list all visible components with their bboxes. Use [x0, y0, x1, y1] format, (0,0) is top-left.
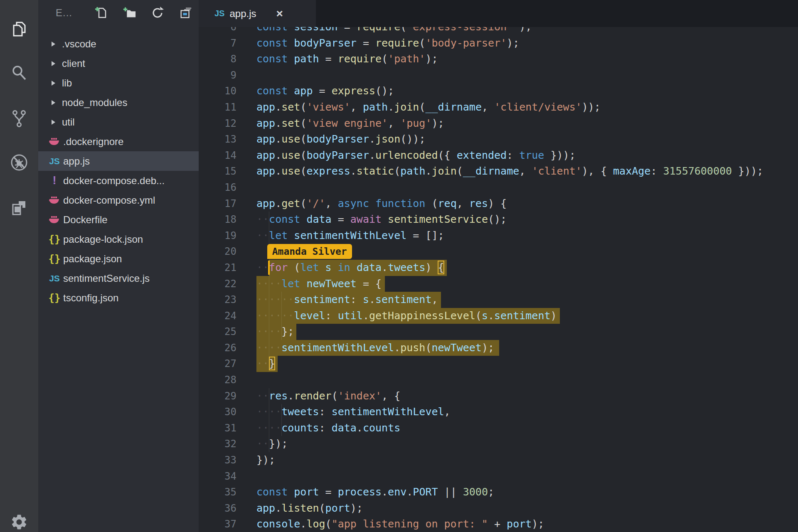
code-token: app: [256, 502, 275, 514]
whitespace-dots: ······: [256, 310, 294, 322]
refresh-icon[interactable]: [150, 6, 165, 20]
code-line[interactable]: 16: [199, 180, 798, 196]
whitespace-dots: ··: [256, 390, 269, 402]
code-line[interactable]: 21··for (let s in data.tweets) {: [199, 260, 798, 276]
tree-item--dockerignore[interactable]: .dockerignore: [38, 132, 199, 151]
code-line[interactable]: 27··}: [199, 356, 798, 372]
code-line[interactable]: 19··let sentimentWithLevel = [];: [199, 228, 798, 244]
code-token: set: [281, 117, 300, 129]
code-line[interactable]: 30····tweets: sentimentWithLevel,: [199, 404, 798, 420]
code-token: (: [319, 502, 325, 514]
code-line[interactable]: 25····};: [199, 324, 798, 340]
new-file-icon[interactable]: [94, 6, 108, 20]
tree-item-tsconfig-json[interactable]: {}tsconfig.json: [38, 288, 199, 308]
line-content: app.use(bodyParser.urlencoded({ extended…: [236, 148, 798, 164]
whitespace-dots: ··: [256, 213, 269, 225]
extensions-icon[interactable]: [0, 189, 38, 227]
code-token: path: [294, 53, 325, 65]
line-content: });: [236, 452, 798, 468]
tree-item-package-json[interactable]: {}package.json: [38, 249, 199, 268]
code-line[interactable]: 28: [199, 372, 798, 388]
code-token: (: [300, 149, 306, 161]
activity-bar: [0, 0, 38, 532]
code-token: (: [419, 101, 425, 113]
line-number: 29: [199, 388, 236, 404]
code-token: 31557600000: [663, 165, 732, 177]
tree-item-app-js[interactable]: JSapp.js: [38, 151, 199, 171]
code-token: (: [431, 197, 438, 209]
code-token: ();: [488, 213, 507, 225]
code-line[interactable]: 33});: [199, 452, 798, 468]
code-token: );: [532, 518, 544, 530]
code-token: );: [431, 117, 444, 129]
code-token: );: [482, 342, 494, 354]
code-line[interactable]: 8const path = require('path');: [199, 51, 798, 67]
code-line[interactable]: 15app.use(express.static(path.join(__dir…: [199, 163, 798, 180]
code-line[interactable]: 7const bodyParser = require('body-parser…: [199, 35, 798, 52]
tree-item-docker-compose-deb-[interactable]: !docker-compose.deb...: [38, 171, 199, 190]
code-line[interactable]: 12app.set('view engine', 'pug');: [199, 116, 798, 132]
explorer-icon[interactable]: [0, 10, 38, 48]
tree-item-package-lock-json[interactable]: {}package-lock.json: [38, 229, 199, 249]
line-number: 14: [199, 148, 236, 164]
source-control-icon[interactable]: [0, 99, 38, 138]
code-token: :: [319, 406, 332, 418]
line-number: 30: [199, 404, 236, 420]
code-line[interactable]: 31····counts: data.counts: [199, 420, 798, 436]
code-token: ,: [325, 197, 338, 209]
code-line[interactable]: 17app.get('/', async function (req, res)…: [199, 196, 798, 212]
code-line[interactable]: 11app.set('views', path.join(__dirname, …: [199, 99, 798, 116]
search-icon[interactable]: [0, 54, 38, 92]
code-token: util: [338, 310, 363, 322]
code-token: (: [294, 261, 300, 273]
code-line[interactable]: 20Amanda Silver: [199, 244, 798, 260]
code-line[interactable]: 35const port = process.env.PORT || 3000;: [199, 484, 798, 500]
line-number: 18: [199, 212, 236, 228]
tree-item-label: app.js: [63, 155, 90, 167]
code-line[interactable]: 14app.use(bodyParser.urlencoded({ extend…: [199, 148, 798, 164]
editor[interactable]: 6const session = require('express-sessio…: [199, 0, 798, 532]
code-line[interactable]: 13app.use(bodyParser.json());: [199, 131, 798, 148]
code-line[interactable]: 22····let newTweet = {: [199, 276, 798, 292]
code-token: ({: [438, 149, 457, 161]
code-line[interactable]: 9: [199, 67, 798, 84]
code-token: (: [419, 37, 425, 49]
tree-item--vscode[interactable]: .vscode: [38, 34, 199, 54]
new-folder-icon[interactable]: [122, 6, 136, 20]
line-number: 17: [199, 196, 236, 212]
code-token: app: [256, 117, 275, 129]
code-token: const: [256, 53, 294, 65]
whitespace-dots: ······: [256, 293, 294, 305]
tree-item-sentimentservice-js[interactable]: JSsentimentService.js: [38, 268, 199, 288]
code-token: .: [363, 310, 369, 322]
code-line[interactable]: 37console.log("app listening on port: " …: [199, 516, 798, 532]
code-area[interactable]: 6const session = require('express-sessio…: [199, 19, 798, 532]
tree-item-dockerfile[interactable]: Dockerfile: [38, 210, 199, 229]
code-line[interactable]: 36app.listen(port);: [199, 500, 798, 517]
code-line[interactable]: 24······level: util.getHappinessLevel(s.…: [199, 308, 798, 324]
code-line[interactable]: 23······sentiment: s.sentiment,: [199, 292, 798, 308]
code-line[interactable]: 18··const data = await sentimentService(…: [199, 212, 798, 228]
tree-item-node-modules[interactable]: node_modules: [38, 93, 199, 112]
code-token: .: [275, 502, 281, 514]
code-token: :: [507, 149, 519, 161]
code-token: port: [507, 518, 532, 530]
code-line[interactable]: 34: [199, 468, 798, 485]
line-content: const app = express();: [236, 83, 798, 99]
code-line[interactable]: 10const app = express();: [199, 83, 798, 99]
code-line[interactable]: 32··});: [199, 436, 798, 452]
tree-item-lib[interactable]: lib: [38, 73, 199, 93]
tab-close-icon[interactable]: ×: [276, 8, 283, 20]
tree-item-client[interactable]: client: [38, 54, 199, 73]
debug-icon[interactable]: [0, 143, 38, 182]
collapse-all-icon[interactable]: [179, 6, 193, 20]
code-line[interactable]: 29··res.render('index', {: [199, 388, 798, 404]
code-token: set: [281, 101, 300, 113]
line-number: 28: [199, 372, 236, 388]
settings-icon[interactable]: [0, 503, 38, 532]
tree-item-docker-compose-yml[interactable]: docker-compose.yml: [38, 190, 199, 210]
tab-app-js[interactable]: JS app.js ×: [199, 0, 316, 27]
tree-item-label: tsconfig.json: [63, 292, 118, 304]
tree-item-util[interactable]: util: [38, 112, 199, 132]
code-line[interactable]: 26····sentimentWithLevel.push(newTweet);: [199, 340, 798, 356]
